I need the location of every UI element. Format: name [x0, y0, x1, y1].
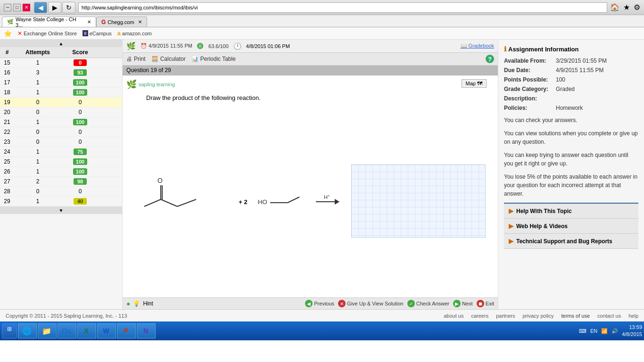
contact-link[interactable]: contact us — [597, 313, 621, 319]
tab-sapling[interactable]: 🌿 Wayne State College - CH 3... ✕ — [2, 16, 96, 27]
question-text: Draw the product of the following reacti… — [146, 94, 261, 101]
svg-text:+: + — [328, 194, 330, 198]
next-label: Next — [462, 301, 473, 306]
table-row[interactable]: 28 0 0 — [0, 187, 122, 197]
table-row[interactable]: 27 2 98 — [0, 177, 122, 187]
about-link[interactable]: about us — [444, 313, 463, 319]
bookmark-exchange[interactable]: ✕ Exchange Online Store — [17, 30, 77, 37]
check-label: Check Answer — [416, 301, 449, 306]
web-help-videos[interactable]: ▶ Web Help & Videos — [504, 219, 638, 234]
q-attempts: 2 — [14, 178, 61, 185]
footer: Copyright © 2011 - 2015 Sapling Learning… — [0, 309, 644, 321]
taskbar-excel[interactable]: X — [77, 323, 96, 338]
tab-label: Wayne State College - CH 3... — [16, 16, 83, 28]
calculator-icon: 🧮 — [151, 56, 158, 62]
close-btn[interactable]: ✕ — [23, 4, 30, 11]
svg-line-0 — [144, 199, 161, 206]
forward-btn[interactable]: ▶ — [48, 2, 61, 13]
svg-line-1 — [161, 199, 177, 206]
word-icon: W — [101, 326, 111, 336]
home-icon[interactable]: 🏠 — [610, 3, 619, 12]
q-score: 0 — [61, 139, 99, 145]
score-badge: 40 — [74, 198, 87, 205]
sidebar-header: # Attempts Score — [0, 47, 122, 58]
webhelp-arrow-icon: ▶ — [509, 222, 513, 230]
bookmark-amazon[interactable]: a amazon.com — [117, 30, 152, 37]
q-score: 0 — [61, 109, 99, 115]
calculator-btn[interactable]: 🧮 Calculator — [151, 56, 186, 62]
partners-link[interactable]: partners — [496, 313, 515, 319]
policies-row: Policies: Homework — [504, 105, 638, 111]
previous-btn[interactable]: ◀ Previous — [305, 300, 334, 307]
taskbar: ⊞ 🌐 📁 Ou X W P N ⌨ EN 📶 🔊 13:59 4/8/2015 — [0, 321, 644, 340]
maximize-btn[interactable]: □ — [13, 4, 21, 11]
table-row[interactable]: 25 1 100 — [0, 157, 122, 167]
tab-close-btn[interactable]: ✕ — [87, 19, 91, 25]
q-attempts: 1 — [14, 198, 61, 205]
sapling-leaf: 🌿 — [126, 79, 137, 90]
table-row[interactable]: 17 1 100 — [0, 78, 122, 88]
check-answer-btn[interactable]: ✓ Check Answer — [407, 300, 449, 307]
taskbar-word[interactable]: W — [97, 323, 116, 338]
hint-label[interactable]: Hint — [143, 300, 153, 307]
window-controls[interactable]: ─ □ ✕ — [4, 4, 30, 11]
table-row[interactable]: 23 0 0 — [0, 137, 122, 147]
bookmarks-bar: ⭐ ✕ Exchange Online Store e eCampus a am… — [0, 27, 644, 40]
table-row[interactable]: 18 1 100 — [0, 88, 122, 98]
give-up-btn[interactable]: ✕ Give Up & View Solution — [338, 300, 404, 307]
col-score: Score — [61, 49, 99, 56]
back-btn[interactable]: ◀ — [34, 2, 47, 13]
address-bar[interactable] — [78, 2, 607, 13]
desc-label: Description: — [504, 95, 556, 102]
table-row[interactable]: 16 3 93 — [0, 68, 122, 78]
help-with-topic[interactable]: ▶ Help With This Topic — [504, 204, 638, 219]
exit-btn[interactable]: ⏹ Exit — [477, 300, 494, 307]
periodic-table-btn[interactable]: 📊 Periodic Table — [191, 56, 236, 62]
gradebook-link[interactable]: 📖 Gradebook — [461, 43, 495, 49]
taskbar-onenote[interactable]: N — [137, 323, 156, 338]
help-link[interactable]: help — [628, 313, 638, 319]
map-btn[interactable]: Map 🗺 — [462, 79, 487, 88]
tab-chegg[interactable]: G Chegg.com ✕ — [96, 16, 147, 27]
tech-support[interactable]: ▶ Technical Support and Bug Reports — [504, 234, 638, 249]
points-label: Points Possible: — [504, 76, 556, 83]
scroll-down[interactable]: ▼ — [0, 206, 122, 214]
table-row[interactable]: 20 0 0 — [0, 107, 122, 117]
settings-icon[interactable]: ⚙ — [634, 3, 640, 12]
info-icon: ℹ — [504, 45, 506, 53]
q-num: 17 — [0, 79, 14, 86]
taskbar-outlook[interactable]: Ou — [58, 323, 76, 338]
print-btn[interactable]: 🖨 Print — [126, 56, 146, 62]
drawing-canvas[interactable] — [351, 165, 486, 239]
careers-link[interactable]: careers — [471, 313, 488, 319]
refresh-btn[interactable]: ↻ — [62, 2, 75, 13]
periodic-icon: 📊 — [191, 56, 198, 62]
bookmark-ecampus[interactable]: e eCampus — [83, 30, 112, 36]
taskbar-ie[interactable]: 🌐 — [18, 323, 37, 338]
table-row[interactable]: 26 1 100 — [0, 167, 122, 177]
help-btn[interactable]: ? — [486, 55, 494, 63]
table-row[interactable]: 21 1 100 — [0, 117, 122, 127]
periodic-label: Periodic Table — [200, 56, 236, 62]
star-icon[interactable]: ★ — [623, 3, 630, 12]
table-row[interactable]: 29 1 40 — [0, 197, 122, 206]
minimize-btn[interactable]: ─ — [4, 4, 11, 11]
taskbar-powerpoint[interactable]: P — [117, 323, 136, 338]
table-row[interactable]: 24 1 75 — [0, 147, 122, 157]
taskbar-folder[interactable]: 📁 — [38, 323, 57, 338]
prev-label: Previous — [314, 301, 334, 306]
table-row-active[interactable]: 19 0 0 — [0, 98, 122, 107]
privacy-link[interactable]: privacy policy — [523, 313, 554, 319]
start-button[interactable]: ⊞ — [2, 323, 17, 338]
table-row[interactable]: 15 1 0 — [0, 58, 122, 68]
next-btn[interactable]: ▶ Next — [453, 300, 473, 307]
reactant-structure: O — [135, 173, 229, 230]
exit-icon: ⏹ — [477, 300, 484, 307]
tab-chegg-close[interactable]: ✕ — [138, 19, 142, 25]
scroll-up[interactable]: ▲ — [0, 40, 122, 47]
table-row[interactable]: 22 0 0 — [0, 127, 122, 137]
tech-support-label: Technical Support and Bug Reports — [516, 238, 612, 245]
terms-link[interactable]: terms of use — [561, 313, 590, 319]
plus-multiplier: + 2 — [239, 198, 247, 206]
top-bar-left: 🌿 ⏰ 4/9/2015 11:55 PM 🅐 63.6/100 🕐 4/8/2… — [126, 41, 290, 50]
